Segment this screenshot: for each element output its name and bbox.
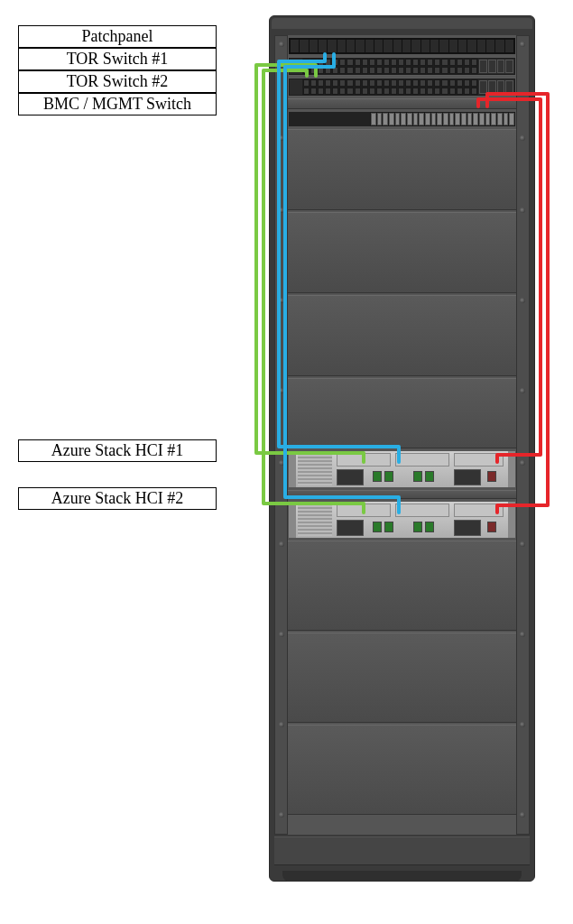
device-tor-switch-2: [288, 78, 516, 97]
label-patchpanel: Patchpanel: [18, 25, 217, 48]
server-rack: [269, 15, 535, 882]
device-azure-stack-hci-2: [288, 501, 516, 539]
rack-interior: [288, 35, 516, 835]
label-tor-switch-1: TOR Switch #1: [18, 48, 217, 70]
rack-rail-right: [516, 35, 530, 835]
label-tor-switch-2: TOR Switch #2: [18, 70, 217, 93]
label-azure-stack-hci-1: Azure Stack HCI #1: [18, 439, 217, 462]
device-tor-switch-1: [288, 57, 516, 76]
rack-bottom-plate: [274, 836, 530, 865]
label-azure-stack-hci-2: Azure Stack HCI #2: [18, 487, 217, 510]
label-bmc-mgmt-switch: BMC / MGMT Switch: [18, 93, 217, 116]
rack-rail-left: [274, 35, 288, 835]
device-azure-stack-hci-1: [288, 450, 516, 488]
rack-feet: [282, 871, 522, 882]
device-bmc-mgmt-switch: [288, 111, 516, 127]
device-patchpanel: [288, 37, 516, 55]
rack-top-cap: [272, 18, 532, 29]
